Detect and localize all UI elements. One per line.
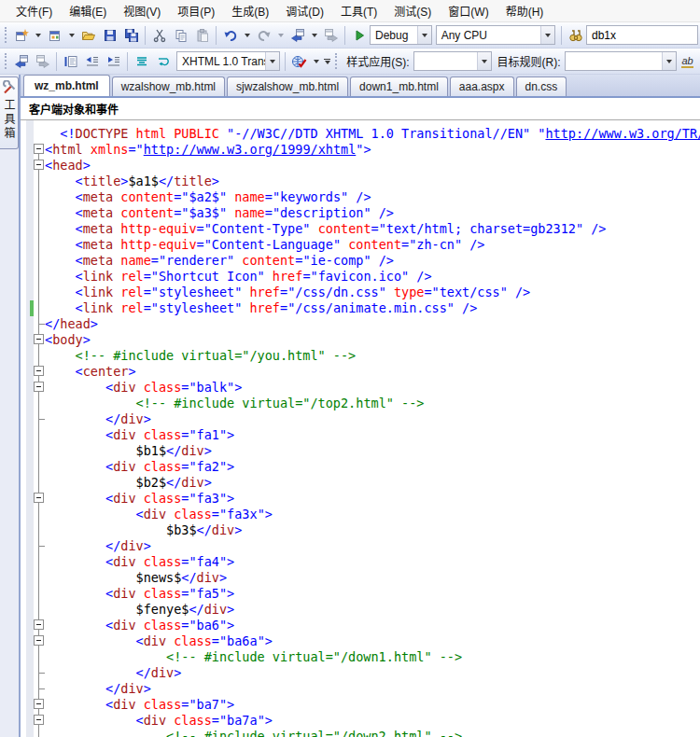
document-tab[interactable]: wz_mb.html xyxy=(23,75,110,96)
code-line[interactable]: <div class="ba6"> xyxy=(45,618,700,633)
code-line[interactable]: <link rel="stylesheet" href="/css/animat… xyxy=(45,300,700,316)
open-file-button[interactable] xyxy=(77,25,99,46)
menu-item-window[interactable]: 窗口(W) xyxy=(440,0,497,22)
code-line[interactable]: </div> xyxy=(45,665,700,681)
find-combo-input[interactable] xyxy=(586,25,698,45)
fold-collapse-box[interactable] xyxy=(34,715,44,725)
code-line[interactable]: <!DOCTYPE html PUBLIC "-//W3C//DTD XHTML… xyxy=(45,126,700,142)
code-line[interactable]: <div class="fa2"> xyxy=(45,459,700,475)
doctype-combo[interactable]: XHTML 1.0 Transitic xyxy=(176,51,280,71)
combo-dropdown-button[interactable] xyxy=(662,52,676,70)
cut-button[interactable] xyxy=(148,25,170,46)
code-line[interactable]: $b2$</div> xyxy=(45,475,700,491)
increase-indent-button[interactable] xyxy=(103,51,124,72)
editor-navigation-bar[interactable]: 客户端对象和事件 xyxy=(21,98,700,120)
save-all-button[interactable] xyxy=(120,25,142,46)
combo-dropdown-button[interactable] xyxy=(265,52,279,70)
code-line[interactable]: <div class="ba7a"> xyxy=(45,713,700,729)
add-item-button[interactable] xyxy=(44,25,65,46)
code-line[interactable]: <div class="fa3x"> xyxy=(45,507,700,522)
menu-item-edit[interactable]: 编辑(E) xyxy=(61,0,115,22)
document-tab[interactable]: aaa.aspx xyxy=(450,76,514,96)
add-item-dropdown[interactable] xyxy=(65,25,77,46)
code-line[interactable]: <head> xyxy=(45,158,700,174)
code-line[interactable]: <div class="fa4"> xyxy=(45,554,700,570)
check-page-dropdown[interactable] xyxy=(310,51,322,72)
toolbar-grip[interactable] xyxy=(5,53,7,69)
code-line[interactable]: $b3$</div> xyxy=(45,522,700,538)
menu-item-view[interactable]: 视图(V) xyxy=(115,0,169,22)
toolbar-grip[interactable] xyxy=(335,53,337,69)
check-page-button[interactable] xyxy=(288,51,310,72)
solution-configurations-combo[interactable]: Debug xyxy=(370,25,432,45)
code-editor[interactable]: <!DOCTYPE html PUBLIC "-//W3C//DTD XHTML… xyxy=(21,120,700,737)
fold-collapse-box[interactable] xyxy=(34,144,44,154)
style-apply-combo[interactable] xyxy=(413,51,492,71)
code-area[interactable]: <!DOCTYPE html PUBLIC "-//W3C//DTD XHTML… xyxy=(45,126,700,737)
code-line[interactable]: </div> xyxy=(45,538,700,554)
code-line[interactable]: <meta name="renderer" content="ie-comp" … xyxy=(45,253,700,269)
code-line[interactable]: <body> xyxy=(45,332,700,348)
navigate-backward-button[interactable] xyxy=(10,51,32,72)
fold-collapse-box[interactable] xyxy=(34,334,44,344)
document-tab[interactable]: down1_mb.html xyxy=(350,76,448,96)
code-line[interactable]: <meta content="$a3$" name="description" … xyxy=(45,205,700,221)
toolbar-overflow-button[interactable] xyxy=(322,51,332,72)
toolbar-grip[interactable] xyxy=(5,27,7,43)
new-project-dropdown[interactable] xyxy=(32,25,44,46)
code-line[interactable]: <div class="balk"> xyxy=(45,380,700,396)
style-edit-button[interactable]: ab xyxy=(677,51,698,72)
code-line[interactable]: <meta http-equiv="Content-Type" content=… xyxy=(45,221,700,237)
code-line[interactable]: $fenye$</div> xyxy=(45,602,700,618)
code-line[interactable]: <center> xyxy=(45,364,700,380)
toolbox-tab[interactable]: 工具箱 xyxy=(0,76,19,149)
code-line[interactable]: </div> xyxy=(45,681,700,697)
document-tab[interactable]: dn.css xyxy=(516,76,567,96)
target-rule-combo[interactable] xyxy=(565,51,677,71)
code-line[interactable]: <div class="ba7"> xyxy=(45,697,700,713)
fold-collapse-box[interactable] xyxy=(34,493,44,503)
code-line[interactable]: <link rel="Shortcut Icon" href="favicon.… xyxy=(45,269,700,285)
redo-button[interactable] xyxy=(253,25,274,46)
paste-button[interactable] xyxy=(191,25,213,46)
navigate-forward-button[interactable] xyxy=(320,25,342,46)
navigate-backward-dropdown[interactable] xyxy=(308,25,320,46)
code-line[interactable]: </head> xyxy=(45,316,700,332)
fold-collapse-box[interactable] xyxy=(34,699,44,709)
solution-platforms-combo[interactable]: Any CPU xyxy=(436,25,555,45)
menu-item-build[interactable]: 生成(B) xyxy=(223,0,277,22)
code-line[interactable]: <div class="fa1"> xyxy=(45,427,700,443)
code-line[interactable]: $news$</div> xyxy=(45,570,700,586)
code-line[interactable]: <!-- #include virtual="/down2.html" --> xyxy=(45,729,700,737)
code-line[interactable]: $b1$</div> xyxy=(45,443,700,459)
menu-item-help[interactable]: 帮助(H) xyxy=(497,0,553,22)
navigate-forward-button[interactable] xyxy=(32,51,53,72)
code-line[interactable]: <!-- #include virtual="/top2.html" --> xyxy=(45,396,700,411)
selection-margin[interactable] xyxy=(26,120,34,737)
formatting-marks-button[interactable] xyxy=(131,51,152,72)
code-line[interactable]: </div> xyxy=(45,411,700,427)
document-tab[interactable]: sjwzalshow_mb.html xyxy=(227,76,348,96)
menu-item-project[interactable]: 项目(P) xyxy=(169,0,223,22)
code-line[interactable]: <meta http-equiv="Content-Language" cont… xyxy=(45,237,700,253)
menu-item-test[interactable]: 测试(S) xyxy=(385,0,440,22)
fold-collapse-box[interactable] xyxy=(34,619,44,630)
save-button[interactable] xyxy=(99,25,120,46)
code-line[interactable]: <title>$a1$</title> xyxy=(45,174,700,189)
redo-dropdown[interactable] xyxy=(274,25,287,46)
undo-dropdown[interactable] xyxy=(241,25,253,46)
fold-collapse-box[interactable] xyxy=(34,382,44,392)
undo-button[interactable] xyxy=(219,25,241,46)
fold-collapse-box[interactable] xyxy=(34,366,44,376)
menu-item-debug[interactable]: 调试(D) xyxy=(277,0,332,22)
code-line[interactable]: <!-- #include virtual="/you.html" --> xyxy=(45,348,700,364)
fold-collapse-box[interactable] xyxy=(34,160,44,170)
start-debugging-button[interactable] xyxy=(348,25,370,46)
fold-collapse-box[interactable] xyxy=(34,635,44,646)
navigate-backward-button[interactable] xyxy=(287,25,308,46)
code-line[interactable]: <!-- #include virtual="/down1.html" --> xyxy=(45,649,700,665)
new-project-button[interactable] xyxy=(10,25,32,46)
menu-item-file[interactable]: 文件(F) xyxy=(7,0,61,22)
code-line[interactable]: <div class="ba6a"> xyxy=(45,633,700,649)
code-line[interactable]: <div class="fa3"> xyxy=(45,491,700,507)
